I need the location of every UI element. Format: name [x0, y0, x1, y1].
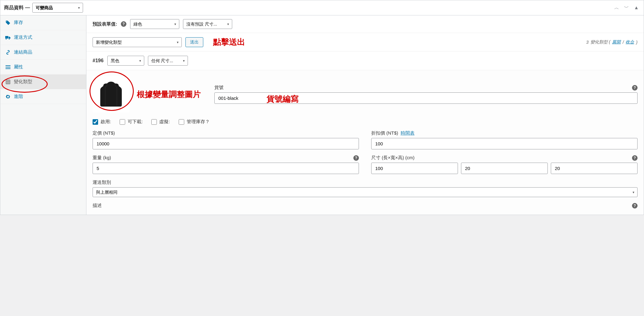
variation-color-select[interactable]: 黑色 [107, 56, 144, 66]
enabled-checkbox[interactable]: 啟用: [93, 119, 111, 125]
variation-size-select[interactable]: 任何 尺寸... [148, 56, 188, 66]
svg-rect-0 [6, 65, 10, 66]
variation-id: #196 [93, 58, 104, 63]
defaults-row: 預設表單值: ? 綠色 ▾ 沒有預設 尺寸... ▾ [86, 15, 644, 33]
tab-label: 進階 [14, 94, 23, 99]
help-icon[interactable]: ? [121, 21, 126, 27]
add-variation-row: 新增變化類型 ▾ 送出 點擊送出 3 變化類型 (展開 / 收合) [86, 33, 644, 51]
tab-label: 庫存 [14, 20, 23, 26]
schedule-link[interactable]: 時間表 [401, 130, 415, 136]
add-variation-select[interactable]: 新增變化類型 [93, 37, 182, 47]
annotation-image: 根據變量調整圖片 [137, 89, 201, 100]
help-icon[interactable]: ? [632, 155, 638, 161]
grid-icon [5, 80, 11, 84]
truck-icon [5, 35, 11, 40]
sku-label: 貨號 ? [214, 85, 638, 91]
length-input[interactable] [371, 163, 458, 174]
price-label: 定價 (NT$) [93, 130, 359, 136]
tab-label: 連結商品 [14, 49, 32, 55]
annotation-sku: 貨號編寫 [267, 94, 299, 104]
product-type-select[interactable]: 可變商品 [32, 3, 83, 13]
tab-label: 變化類型 [14, 79, 32, 85]
list-icon [5, 65, 11, 69]
shipping-class-select[interactable]: 與上層相同 [93, 187, 638, 197]
price-input[interactable] [93, 138, 359, 149]
tag-icon [5, 20, 11, 25]
variations-content: 預設表單值: ? 綠色 ▾ 沒有預設 尺寸... ▾ 新增變化類型 ▾ 送出 點… [86, 15, 644, 215]
virtual-checkbox[interactable]: 虛擬: [151, 119, 170, 125]
tab-shipping[interactable]: 運送方式 [0, 30, 86, 45]
tabs-sidebar: 庫存 運送方式 連結商品 屬性 [0, 15, 86, 215]
tab-inventory[interactable]: 庫存 [0, 15, 86, 30]
variation-body: 根據變量調整圖片 貨號 ? 貨號編寫 啟用: 可下載: [86, 70, 644, 215]
downloadable-checkbox[interactable]: 可下載: [120, 119, 143, 125]
collapse-up-icon[interactable]: ︿ [613, 4, 620, 12]
svg-rect-1 [6, 67, 10, 67]
width-input[interactable] [461, 163, 548, 174]
variation-row-header[interactable]: #196 黑色 ▾ 任何 尺寸... ▾ [86, 51, 644, 70]
manage-stock-checkbox[interactable]: 管理庫存？ [179, 119, 210, 125]
collapse-all-link[interactable]: 收合 [626, 39, 634, 45]
gear-icon [5, 94, 11, 99]
dimensions-label: 尺寸 (長×寬×高) (cm) ? [371, 155, 638, 161]
link-icon [5, 50, 11, 55]
description-label: 描述 ? [93, 203, 638, 209]
default-size-select[interactable]: 沒有預設 尺寸... [183, 19, 232, 29]
annotation-submit: 點擊送出 [213, 37, 245, 47]
sale-price-label: 折扣價 (NT$) 時間表 [371, 130, 638, 136]
help-icon[interactable]: ? [353, 155, 359, 161]
tab-advanced[interactable]: 進階 [0, 89, 86, 104]
variation-image-thumb[interactable] [93, 76, 129, 113]
default-color-select[interactable]: 綠色 [130, 19, 179, 29]
tab-label: 屬性 [14, 64, 23, 70]
collapse-down-icon[interactable]: ﹀ [623, 4, 630, 12]
svg-rect-2 [6, 68, 10, 69]
tab-variations[interactable]: 變化類型 [0, 75, 86, 89]
help-icon[interactable]: ? [632, 203, 638, 209]
shipping-class-label: 運送類別 [93, 180, 638, 185]
height-input[interactable] [551, 163, 638, 174]
toggle-triangle-icon[interactable]: ▲ [633, 4, 640, 11]
variations-meta: 3 變化類型 (展開 / 收合) [586, 39, 638, 45]
tab-linked[interactable]: 連結商品 [0, 45, 86, 60]
checkbox-row: 啟用: 可下載: 虛擬: 管理庫存？ [93, 119, 638, 125]
weight-label: 重量 (kg) ? [93, 155, 359, 161]
defaults-label: 預設表單值: [93, 21, 117, 27]
panel-header: 商品資料 — 可變商品 ▾ ︿ ﹀ ▲ [0, 0, 644, 15]
weight-input[interactable] [93, 163, 359, 174]
submit-button[interactable]: 送出 [185, 37, 203, 47]
panel-title: 商品資料 — [4, 5, 30, 11]
tab-label: 運送方式 [14, 34, 32, 40]
expand-all-link[interactable]: 展開 [612, 39, 621, 45]
tab-attributes[interactable]: 屬性 [0, 60, 86, 75]
help-icon[interactable]: ? [632, 85, 638, 91]
sale-price-input[interactable] [371, 138, 638, 149]
